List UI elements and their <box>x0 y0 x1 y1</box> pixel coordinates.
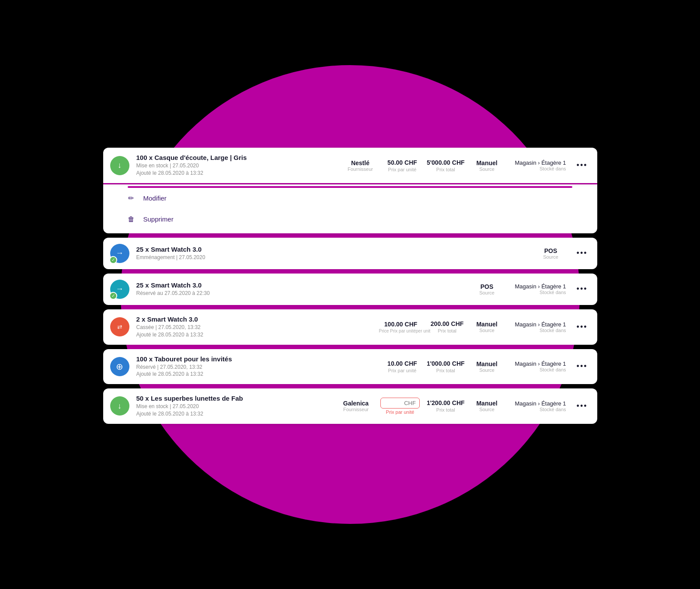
submenu-modifier[interactable]: ✏ Modifier <box>103 188 597 209</box>
source-field: POS Source <box>472 283 502 295</box>
price-unit-value: 100.00 CHF <box>384 321 417 328</box>
fournisseur-field: Nestlé Fournisseur <box>343 159 378 172</box>
card-title: 50 x Les superbes lunettes de Fab <box>136 395 331 402</box>
avatar-wrapper: → ✓ <box>110 280 129 299</box>
price-total-field: 5'000.00 CHF Prix total <box>427 159 465 172</box>
location-label: Stocké dans <box>540 166 566 171</box>
price-total-label: Prix total <box>436 167 455 172</box>
qty: 100 <box>136 154 147 161</box>
more-button[interactable]: ••• <box>573 321 590 333</box>
product-name: Smart Watch 3.0 <box>151 281 202 289</box>
qty: 25 <box>136 246 144 253</box>
price-unit-input[interactable] <box>380 398 420 409</box>
avatar: ↓ <box>110 396 129 416</box>
more-button[interactable]: ••• <box>573 247 590 260</box>
price-unit-field: 100.00 CHF Price Prix par unitéper unit <box>379 321 423 333</box>
card-subtitle2: Ajouté le 28.05.2020 à 13:32 <box>136 371 378 378</box>
price-total-value: 5'000.00 CHF <box>427 159 465 166</box>
source-field: Manuel Source <box>472 360 502 373</box>
fournisseur-label: Fournisseur <box>343 407 369 412</box>
price-unit-field: 10.00 CHF Prix par unité <box>385 360 420 373</box>
card-subtitle2: Ajouté le 28.05.2020 à 13:32 <box>136 331 372 339</box>
edit-icon: ✏ <box>125 192 137 204</box>
more-button[interactable]: ••• <box>573 159 590 172</box>
avatar-wrapper: → ✓ <box>110 244 129 263</box>
card-subtitle2: Ajouté le 28.05.2020 à 13:32 <box>136 410 331 418</box>
card-main: 2 x Smart Watch 3.0 Cassée | 27.05.2020,… <box>136 315 372 339</box>
avatar: ↓ <box>110 156 129 175</box>
card-title: 2 x Smart Watch 3.0 <box>136 315 372 323</box>
avatar-badge: ✓ <box>109 292 117 300</box>
avatar-badge: ✓ <box>109 256 117 264</box>
fournisseur-label: Fournisseur <box>348 166 373 172</box>
card-main: 25 x Smart Watch 3.0 Réservé au 27.05.20… <box>136 281 465 297</box>
avatar: ⊕ <box>110 357 129 376</box>
card-subtitle1: Mise en stock | 27.05.2020 <box>136 403 331 410</box>
more-button[interactable]: ••• <box>573 283 590 295</box>
source-label: Source <box>479 328 495 333</box>
source-field: POS Source <box>536 247 566 260</box>
trash-icon: 🗑 <box>125 213 137 225</box>
price-total-label: Prix total <box>438 328 456 333</box>
location-path: Magasin › Étagère 1 <box>515 283 566 290</box>
card-main: 100 x Casque d'écoute, Large | Gris Mise… <box>136 154 336 177</box>
card-main: 50 x Les superbes lunettes de Fab Mise e… <box>136 395 331 418</box>
card-item: ⊕ 100 x Tabouret pour les invités Réserv… <box>103 349 597 385</box>
qty: 25 <box>136 281 144 289</box>
product-name: Smart Watch 3.0 <box>147 315 198 323</box>
source-field: Manuel Source <box>472 400 502 412</box>
price-total-value: 1'200.00 CHF <box>427 399 465 406</box>
modifier-label: Modifier <box>143 194 167 202</box>
fournisseur-value: Nestlé <box>351 159 369 166</box>
price-total-value: 1'000.00 CHF <box>427 360 465 367</box>
card-subtitle1: Mise en stock | 27.05.2020 <box>136 162 336 170</box>
location-field: Magasin › Étagère 1 Stocké dans <box>509 283 566 295</box>
more-button[interactable]: ••• <box>573 360 590 373</box>
source-field: Manuel Source <box>472 159 502 172</box>
price-unit-value: 50.00 CHF <box>387 159 417 166</box>
supprimer-label: Supprimer <box>143 215 174 223</box>
submenu: ✏ Modifier 🗑 Supprimer <box>103 183 597 233</box>
price-unit-label: Price Prix par unitéper unit <box>379 329 423 333</box>
source-value: POS <box>481 283 494 290</box>
location-label: Stocké dans <box>540 367 566 372</box>
qty: 50 <box>136 395 144 402</box>
location-field: Magasin › Étagère 1 Stocké dans <box>509 159 566 171</box>
location-path: Magasin › Étagère 1 <box>515 360 566 367</box>
location-field: Magasin › Étagère 1 Stocké dans <box>509 400 566 412</box>
price-total-field: 1'000.00 CHF Prix total <box>427 360 465 373</box>
card-title: 25 x Smart Watch 3.0 <box>136 281 465 289</box>
card-title: 25 x Smart Watch 3.0 <box>136 246 529 253</box>
card-subtitle1: Réservé | 27.05.2020, 13:32 <box>136 364 378 371</box>
card-item: → ✓ 25 x Smart Watch 3.0 Emménagement | … <box>103 238 597 269</box>
price-unit-field: Prix par unité <box>380 398 420 415</box>
location-label: Stocké dans <box>540 328 566 333</box>
fournisseur-value: Galenica <box>343 400 369 407</box>
card-title: 100 x Tabouret pour les invités <box>136 355 378 363</box>
submenu-supprimer[interactable]: 🗑 Supprimer <box>103 209 597 230</box>
price-unit-label: Prix par unité <box>388 368 417 373</box>
location-path: Magasin › Étagère 1 <box>515 321 566 328</box>
qty: 100 <box>136 355 147 363</box>
more-button[interactable]: ••• <box>573 400 590 412</box>
source-label: Source <box>479 367 495 373</box>
card-subtitle1: Réservé au 27.05.2020 à 22:30 <box>136 290 465 297</box>
price-unit-label: Prix par unité <box>386 409 414 415</box>
card-title: 100 x Casque d'écoute, Large | Gris <box>136 154 336 161</box>
location-field: Magasin › Étagère 1 Stocké dans <box>509 360 566 372</box>
avatar: ⇄ <box>110 317 129 336</box>
card-subtitle2: Ajouté le 28.05.2020 à 13:32 <box>136 170 336 177</box>
source-value: Manuel <box>476 360 497 367</box>
card-main: 100 x Tabouret pour les invités Réservé … <box>136 355 378 378</box>
price-total-label: Prix total <box>436 407 455 412</box>
source-label: Source <box>543 254 558 260</box>
price-unit-field: 50.00 CHF Prix par unité <box>385 159 420 172</box>
price-unit-label: Prix par unité <box>388 167 417 172</box>
price-total-value: 200.00 CHF <box>431 320 463 327</box>
product-name: Casque d'écoute, Large | Gris <box>154 154 247 161</box>
source-label: Source <box>479 407 495 412</box>
price-unit-value: 10.00 CHF <box>387 360 417 367</box>
price-total-field: 200.00 CHF Prix total <box>430 320 465 333</box>
source-value: Manuel <box>476 400 497 407</box>
card-main: 25 x Smart Watch 3.0 Emménagement | 27.0… <box>136 246 529 261</box>
